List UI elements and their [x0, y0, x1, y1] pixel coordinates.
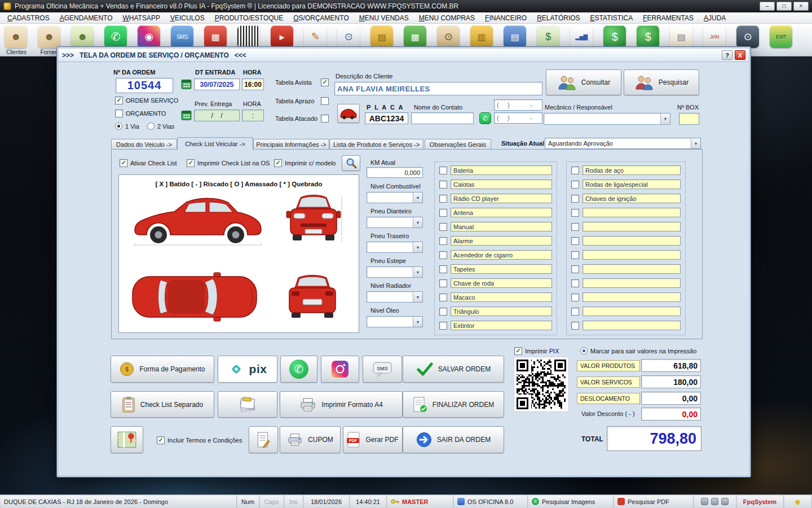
- item-checkbox[interactable]: [439, 308, 447, 316]
- box-field[interactable]: [679, 113, 699, 125]
- menu-item[interactable]: ESTATISTICA: [585, 13, 638, 23]
- mecanico-select[interactable]: [544, 113, 670, 125]
- dialog-close-button[interactable]: X: [735, 50, 745, 60]
- sair-sistema-icon[interactable]: EXIT: [770, 25, 792, 48]
- pesquisar-button[interactable]: Pesquisar: [624, 69, 699, 95]
- nivel-combustivel-select[interactable]: [367, 192, 423, 203]
- tab-check-list-veicular[interactable]: Check List Veicular ->: [177, 137, 253, 150]
- item-checkbox[interactable]: [571, 251, 579, 259]
- menu-item[interactable]: WHATSAPP: [118, 13, 165, 23]
- item-field[interactable]: Rodas de liga/especial: [582, 179, 681, 189]
- item-field[interactable]: [582, 278, 681, 288]
- item-checkbox[interactable]: [439, 322, 447, 330]
- hora-prev-field[interactable]: :: [242, 110, 264, 121]
- menu-item[interactable]: FERRAMENTAS: [638, 13, 699, 23]
- carrinho-compras-icon[interactable]: ▦: [404, 25, 426, 48]
- ativar-check-list-checkbox[interactable]: Ativar Check List: [120, 159, 177, 167]
- card-icon[interactable]: [721, 498, 729, 505]
- pesquisar-os-icon[interactable]: ⊙: [337, 25, 360, 48]
- km-atual-field[interactable]: 0,000: [367, 167, 423, 178]
- veiculos-icon[interactable]: ►: [271, 25, 293, 48]
- item-field[interactable]: Chaves de ignição: [582, 194, 681, 203]
- cesta-produtos-icon[interactable]: ▦: [204, 25, 227, 48]
- tab-observacoes-gerais[interactable]: Observações Gerais: [425, 139, 491, 150]
- telefone2-field[interactable]: ( ) -: [494, 112, 542, 124]
- order-number-field[interactable]: 10544: [116, 78, 173, 93]
- whatsapp-icon[interactable]: ✆: [479, 112, 491, 124]
- item-field[interactable]: [582, 208, 681, 217]
- printer-icon[interactable]: [701, 498, 708, 505]
- cupom-button[interactable]: CUPOM: [280, 426, 341, 453]
- salvar-ordem-button[interactable]: SALVAR ORDEM: [403, 356, 504, 383]
- item-field[interactable]: Chave de roda: [451, 278, 552, 288]
- menu-item[interactable]: MENU COMPRAS: [414, 13, 480, 23]
- dinheiro-icon[interactable]: $: [537, 25, 559, 48]
- ordem-servico-checkbox[interactable]: ORDEM SERVIÇO: [115, 97, 178, 104]
- item-checkbox[interactable]: [439, 237, 447, 245]
- status-pesquisar-pdf[interactable]: Pesquisar PDF: [614, 495, 694, 508]
- item-field[interactable]: Manual: [451, 222, 552, 231]
- codigo-barras-icon[interactable]: [237, 25, 260, 48]
- item-checkbox[interactable]: [571, 294, 579, 301]
- contato-field[interactable]: [411, 112, 474, 124]
- item-checkbox[interactable]: [571, 265, 579, 273]
- telefone1-field[interactable]: ( ) -: [494, 99, 542, 111]
- item-checkbox[interactable]: [571, 181, 579, 189]
- menu-item[interactable]: AGENDAMENTO: [55, 13, 118, 23]
- via-1-radio[interactable]: [115, 122, 122, 130]
- item-field[interactable]: Rodas de aço: [582, 165, 681, 175]
- tab-principais-informacoes[interactable]: Principais Informações ->: [253, 139, 329, 150]
- forma-pagamento-button[interactable]: $ Forma de Pagamento: [111, 356, 214, 383]
- maximize-button[interactable]: □: [776, 2, 792, 11]
- menu-item[interactable]: VEICULOS: [165, 13, 210, 23]
- sair-ordem-button[interactable]: SAIR DA ORDEM: [403, 426, 504, 453]
- cifrao-verde2-icon[interactable]: $: [637, 25, 659, 48]
- item-field[interactable]: [582, 306, 681, 316]
- menu-item[interactable]: AJUDA: [699, 13, 731, 23]
- gerar-pdf-button[interactable]: PDF Gerar PDF: [343, 426, 403, 453]
- finalizar-ordem-button[interactable]: FINALIZAR ORDEM: [403, 391, 504, 418]
- item-field[interactable]: Rádio CD player: [451, 194, 552, 203]
- calendar-icon[interactable]: [181, 78, 192, 91]
- item-field[interactable]: Tapetes: [451, 264, 552, 274]
- fornecedores-icon[interactable]: ☻: [38, 25, 60, 48]
- sms-button[interactable]: SMS: [363, 356, 402, 383]
- calendario-icon[interactable]: JAN: [703, 25, 726, 48]
- item-field[interactable]: Macaco: [451, 292, 552, 302]
- pasta-documentos-icon[interactable]: ▤: [370, 25, 393, 48]
- termos-button[interactable]: [249, 426, 278, 453]
- imprimir-a4-button[interactable]: Imprimir Formato A4: [280, 391, 403, 418]
- monitor-icon[interactable]: [711, 498, 718, 505]
- clientes-icon[interactable]: ☻: [5, 25, 27, 48]
- whatsapp-button[interactable]: ✆: [280, 356, 317, 383]
- incluir-termos-checkbox[interactable]: Incluir Termos e Condições: [157, 436, 242, 444]
- pneu-dianteiro-select[interactable]: [367, 217, 423, 228]
- item-checkbox[interactable]: [571, 279, 579, 287]
- menu-item[interactable]: FINANCEIRO: [480, 13, 532, 23]
- pneu-traseiro-select[interactable]: [367, 242, 423, 253]
- dt-entrada-field[interactable]: 30/07/2025: [194, 78, 240, 90]
- cliente-field[interactable]: ANA FLAVIA MEIRELLES: [334, 82, 542, 95]
- item-checkbox[interactable]: [571, 308, 579, 316]
- consultar-button[interactable]: Consultar: [546, 69, 621, 95]
- item-field[interactable]: [582, 292, 681, 302]
- imprimir-vias-button[interactable]: [218, 391, 277, 418]
- nivel-radiador-select[interactable]: [367, 291, 423, 303]
- item-checkbox[interactable]: [571, 237, 579, 245]
- minimize-button[interactable]: –: [760, 2, 775, 11]
- item-checkbox[interactable]: [439, 251, 447, 259]
- pesquisar-avancado-icon[interactable]: ⊙: [736, 25, 759, 48]
- tabela-atacado-checkbox[interactable]: Tabela Atacado: [275, 115, 329, 122]
- cifrao-verde-icon[interactable]: $: [603, 25, 626, 48]
- menu-item[interactable]: RELATÓRIOS: [532, 13, 585, 23]
- veiculo-button[interactable]: [337, 104, 360, 123]
- item-field[interactable]: Bateria: [451, 165, 552, 175]
- pesquisar-estoque-icon[interactable]: ⊙: [437, 25, 460, 48]
- item-checkbox[interactable]: [571, 195, 579, 203]
- close-button[interactable]: ×: [793, 2, 809, 11]
- item-checkbox[interactable]: [439, 167, 447, 174]
- mapa-button[interactable]: [111, 426, 143, 453]
- item-checkbox[interactable]: [439, 294, 447, 301]
- imprimir-check-list-checkbox[interactable]: Imprimir Check List na OS: [187, 159, 270, 167]
- item-field[interactable]: Triângulo: [451, 306, 552, 316]
